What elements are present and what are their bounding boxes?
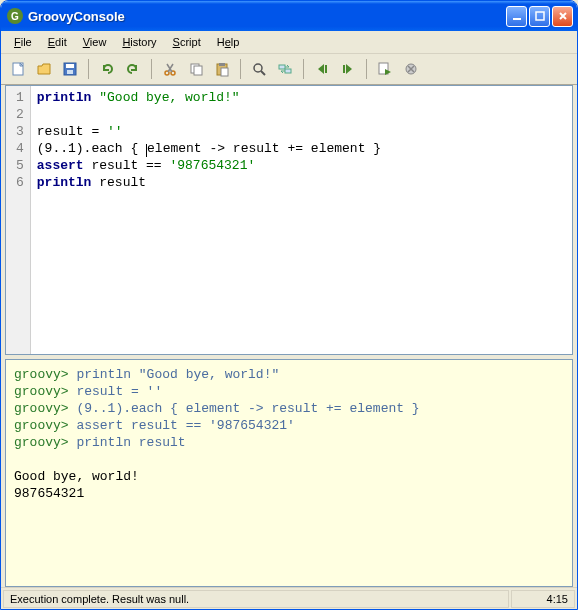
token-string: '987654321' [169, 158, 255, 173]
output-pane[interactable]: groovy> println "Good bye, world!" groov… [5, 359, 573, 587]
echo-line: println "Good bye, world!" [69, 367, 280, 382]
line-gutter: 1 2 3 4 5 6 [6, 86, 31, 354]
svg-rect-15 [285, 69, 291, 73]
echo-line: result = '' [69, 384, 163, 399]
redo-icon[interactable] [122, 58, 144, 80]
window-title: GroovyConsole [28, 9, 504, 24]
token: result == [84, 158, 170, 173]
code-area[interactable]: println "Good bye, world!" result = ''(9… [31, 86, 387, 354]
menu-file-rest: ile [21, 36, 32, 48]
line-number: 4 [16, 140, 24, 157]
token: element -> result += element } [147, 141, 381, 156]
cursor-position: 4:15 [511, 590, 575, 608]
prompt: groovy> [14, 384, 69, 399]
output-line: 987654321 [14, 486, 84, 501]
line-number: 1 [16, 89, 24, 106]
token: result [91, 175, 146, 190]
minimize-button[interactable] [506, 6, 527, 27]
token-string: '' [107, 124, 123, 139]
toolbar-separator [88, 59, 89, 79]
toolbar [1, 54, 577, 85]
menu-view[interactable]: View [76, 34, 114, 50]
prompt: groovy> [14, 435, 69, 450]
cut-icon[interactable] [159, 58, 181, 80]
open-file-icon[interactable] [33, 58, 55, 80]
svg-rect-1 [536, 12, 544, 20]
svg-rect-12 [221, 68, 228, 76]
window: G GroovyConsole File Edit View History S… [0, 0, 578, 610]
code-editor[interactable]: 1 2 3 4 5 6 println "Good bye, world!" r… [5, 85, 573, 355]
toolbar-separator [366, 59, 367, 79]
menu-script[interactable]: Script [166, 34, 208, 50]
token: result = [37, 124, 107, 139]
prompt: groovy> [14, 367, 69, 382]
svg-rect-4 [66, 64, 74, 68]
paste-icon[interactable] [211, 58, 233, 80]
prompt: groovy> [14, 418, 69, 433]
echo-line: assert result == '987654321' [69, 418, 295, 433]
undo-icon[interactable] [96, 58, 118, 80]
run-script-icon[interactable] [374, 58, 396, 80]
svg-rect-0 [513, 18, 521, 20]
find-icon[interactable] [248, 58, 270, 80]
app-icon: G [7, 8, 23, 24]
menu-edit[interactable]: Edit [41, 34, 74, 50]
svg-point-13 [254, 64, 262, 72]
echo-line: (9..1).each { element -> result += eleme… [69, 401, 420, 416]
toolbar-separator [303, 59, 304, 79]
interrupt-icon[interactable] [400, 58, 422, 80]
token: (9..1).each { [37, 141, 146, 156]
svg-rect-9 [194, 66, 202, 75]
token-string: "Good bye, world!" [99, 90, 239, 105]
new-file-icon[interactable] [7, 58, 29, 80]
statusbar: Execution complete. Result was null. 4:1… [1, 587, 577, 609]
content-area: 1 2 3 4 5 6 println "Good bye, world!" r… [1, 85, 577, 587]
replace-icon[interactable] [274, 58, 296, 80]
history-next-icon[interactable] [337, 58, 359, 80]
save-file-icon[interactable] [59, 58, 81, 80]
line-number: 2 [16, 106, 24, 123]
text-caret [146, 144, 147, 157]
menubar: File Edit View History Script Help [1, 31, 577, 54]
svg-rect-11 [219, 63, 225, 66]
toolbar-separator [240, 59, 241, 79]
svg-rect-5 [67, 70, 73, 74]
svg-rect-17 [343, 65, 345, 73]
menu-history[interactable]: History [115, 34, 163, 50]
toolbar-separator [151, 59, 152, 79]
history-prev-icon[interactable] [311, 58, 333, 80]
close-button[interactable] [552, 6, 573, 27]
prompt: groovy> [14, 401, 69, 416]
token-keyword: assert [37, 158, 84, 173]
line-number: 3 [16, 123, 24, 140]
copy-icon[interactable] [185, 58, 207, 80]
line-number: 6 [16, 174, 24, 191]
token-keyword: println [37, 175, 92, 190]
menu-file[interactable]: File [7, 34, 39, 50]
echo-line: println result [69, 435, 186, 450]
status-message: Execution complete. Result was null. [3, 590, 509, 608]
output-line: Good bye, world! [14, 469, 139, 484]
titlebar[interactable]: G GroovyConsole [1, 1, 577, 31]
token-keyword: println [37, 90, 92, 105]
menu-help[interactable]: Help [210, 34, 247, 50]
line-number: 5 [16, 157, 24, 174]
maximize-button[interactable] [529, 6, 550, 27]
svg-rect-16 [325, 65, 327, 73]
svg-rect-14 [279, 65, 285, 69]
